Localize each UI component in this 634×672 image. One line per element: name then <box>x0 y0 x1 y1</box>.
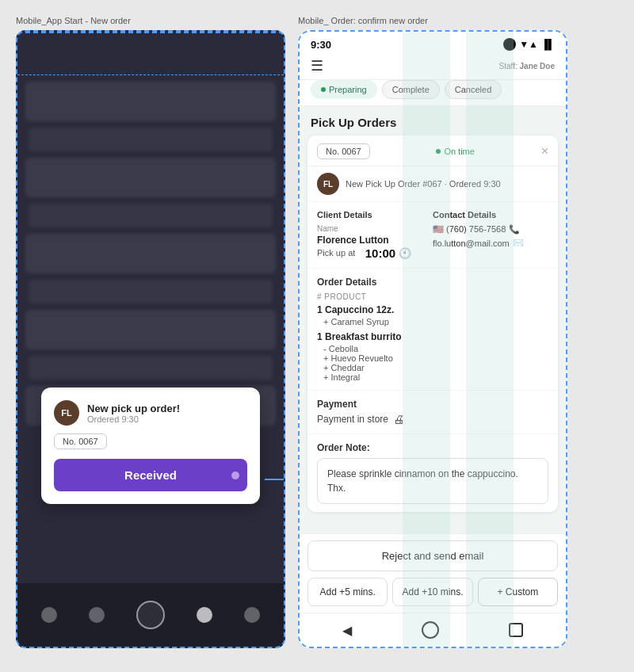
payment-row: Payment in store 🖨 <box>317 413 548 426</box>
nav-dot-3 <box>197 607 212 623</box>
order-details-section: Order Details # Product 1 Capuccino 12z.… <box>307 269 558 391</box>
left-bottom-nav <box>17 583 284 647</box>
section-title: Pick Up Orders <box>300 106 566 136</box>
client-name-label: Name <box>317 224 433 233</box>
product-addon-2-4: + Integral <box>317 372 548 382</box>
notif-avatar: FL <box>54 400 79 426</box>
client-name-value: Florence Lutton <box>317 235 433 246</box>
add-10-button[interactable]: Add +10 mins. <box>392 578 472 606</box>
payment-section: Payment Payment in store 🖨 <box>307 391 558 434</box>
product-addon-2-1: - Cebolla <box>317 344 548 353</box>
recents-button[interactable] <box>509 623 523 637</box>
payment-method-text: Payment in store <box>317 414 388 425</box>
right-panel: 9:30 ▼▲ ▐▌ ☰ Staff: Jane Doe Preparing <box>298 30 567 648</box>
on-time-dot <box>436 149 441 154</box>
client-details-heading: Client Details <box>317 210 433 220</box>
clock-icon: 🕙 <box>399 247 411 259</box>
tab-bar: Preparing Complete Canceled <box>300 80 566 106</box>
notification-card: FL New pick up order! Ordered 9:30 No. 0… <box>41 388 260 504</box>
nav-home-outline <box>136 601 165 629</box>
back-button[interactable]: ◀ <box>342 623 352 638</box>
tab-complete[interactable]: Complete <box>382 80 440 99</box>
cash-register-icon: 🖨 <box>393 413 404 426</box>
right-panel-label: Mobile_ Order: confirm new order <box>298 16 428 25</box>
phone-icon: 📞 <box>509 224 520 235</box>
on-time-badge: On time <box>436 147 475 156</box>
product-addon-2-3: + Cheddar <box>317 363 548 372</box>
order-subheader: FL New Pick Up Order #067 · Ordered 9:30 <box>307 166 558 202</box>
product-col-label: # Product <box>317 292 548 301</box>
note-box: Please sprinkle cinnamon on the cappucci… <box>317 458 548 504</box>
nav-dot-4 <box>244 607 260 623</box>
reject-button[interactable]: Reject and send email <box>307 540 558 571</box>
note-title: Order Note: <box>317 442 548 453</box>
order-card: No. 0067 On time × FL New Pick Up Order … <box>307 136 558 512</box>
order-number-badge: No. 0067 <box>317 143 370 159</box>
custom-button[interactable]: + Custom <box>478 578 558 606</box>
wifi-icon: ▼▲ <box>519 39 538 50</box>
phone-value: 🇺🇸 (760) 756-7568 📞 <box>433 224 548 235</box>
contact-details-col: Contact Details 🇺🇸 (760) 756-7568 📞 flo.… <box>433 210 548 260</box>
order-subtitle: New Pick Up Order #067 · Ordered 9:30 <box>346 179 501 189</box>
order-avatar: FL <box>317 173 339 195</box>
order-card-header: No. 0067 On time × <box>307 136 558 166</box>
product-addon-2-2: + Huevo Revuelto <box>317 353 548 363</box>
payment-heading: Payment <box>317 399 548 410</box>
home-button[interactable] <box>422 621 439 639</box>
received-button[interactable]: Received <box>54 459 247 491</box>
status-bar: 9:30 ▼▲ ▐▌ <box>300 32 566 54</box>
tab-preparing[interactable]: Preparing <box>311 80 377 99</box>
details-grid: Client Details Name Florence Lutton Pick… <box>307 202 558 269</box>
product-addon-1-1: + Caramel Syrup <box>317 317 548 326</box>
client-details-col: Client Details Name Florence Lutton Pick… <box>317 210 433 260</box>
tab-canceled[interactable]: Canceled <box>445 80 502 99</box>
hamburger-menu[interactable]: ☰ <box>311 57 323 74</box>
status-camera-icon <box>503 38 516 51</box>
bottom-nav: ◀ <box>300 613 566 647</box>
notif-subtitle: Ordered 9:30 <box>87 414 180 424</box>
staff-name: Jane Doe <box>520 62 555 71</box>
left-panel: FL New pick up order! Ordered 9:30 No. 0… <box>16 30 285 648</box>
arrow-connector <box>265 479 285 480</box>
product-item-2: 1 Breakfast burrito <box>317 331 548 342</box>
pickup-time: Pick up at 10:00 🕙 <box>317 246 433 260</box>
email-value: flo.lutton@mail.com ✉️ <box>433 238 548 248</box>
product-item-1: 1 Capuccino 12z. <box>317 304 548 315</box>
order-details-title: Order Details <box>317 277 548 288</box>
left-panel-label: Mobile_App Start - New order <box>16 16 131 25</box>
note-section: Order Note: Please sprinkle cinnamon on … <box>307 434 558 512</box>
nav-dot-1 <box>41 607 57 623</box>
close-button[interactable]: × <box>541 144 548 158</box>
tab-preparing-dot <box>321 87 326 92</box>
time-buttons: Add +5 mins. Add +10 mins. + Custom <box>307 578 558 606</box>
scroll-content[interactable]: Pick Up Orders No. 0067 On time × FL New… <box>300 106 566 533</box>
contact-details-heading: Contact Details <box>433 210 548 220</box>
add-5-button[interactable]: Add +5 mins. <box>307 578 388 606</box>
action-area: Reject and send email Add +5 mins. Add +… <box>300 533 566 613</box>
staff-label: Staff: Jane Doe <box>499 62 555 71</box>
email-icon: ✉️ <box>513 238 524 248</box>
notif-title: New pick up order! <box>87 403 180 414</box>
notif-order-badge: No. 0067 <box>54 433 107 449</box>
nav-dot-2 <box>89 607 105 623</box>
signal-icon: ▐▌ <box>541 39 555 50</box>
status-time: 9:30 <box>311 39 331 51</box>
app-header: ☰ Staff: Jane Doe <box>300 54 566 80</box>
